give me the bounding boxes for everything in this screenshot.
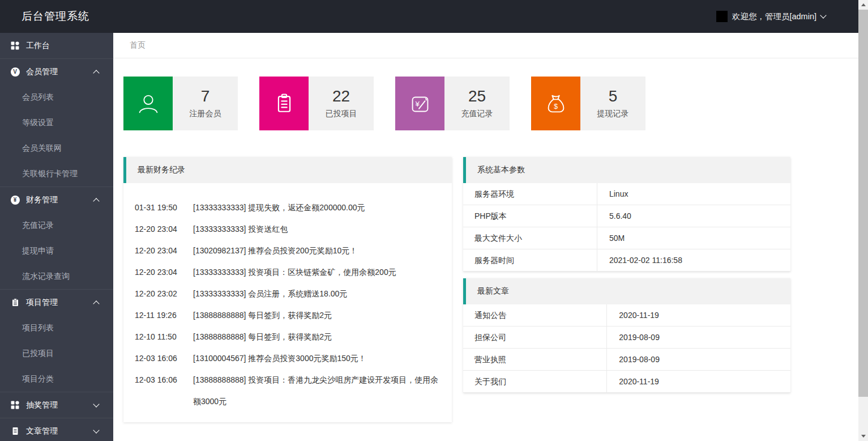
member-icon: V bbox=[10, 67, 20, 77]
record-text: [13888888888] 每日签到，获得奖励2元 bbox=[193, 326, 441, 347]
top-header: 后台管理系统 欢迎您，管理员[admin] bbox=[0, 0, 858, 33]
user-menu[interactable]: 欢迎您，管理员[admin] bbox=[716, 0, 826, 33]
stat-value: 22 bbox=[332, 88, 350, 104]
console-icon bbox=[10, 41, 20, 50]
finance-record: 12-03 16:06 [13888888888] 投资项目：香港九龙尖沙咀房产… bbox=[135, 369, 441, 412]
table-row: PHP版本 5.6.40 bbox=[463, 205, 790, 227]
latest-articles-panel: 最新文章 通知公告 2020-11-19 担保公司 2019-08-09 营业执… bbox=[463, 278, 790, 393]
scroll-down-icon bbox=[861, 435, 866, 438]
sidebar-item-bank-card-management[interactable]: 关联银行卡管理 bbox=[0, 161, 113, 186]
sidebar-item-article-management[interactable]: 文章管理 bbox=[0, 418, 113, 441]
record-text: [13020982137] 推荐会员投资200元奖励10元！ bbox=[193, 240, 441, 261]
article-icon bbox=[10, 426, 20, 436]
finance-record: 12-03 16:06 [13100004567] 推荐会员投资3000元奖励1… bbox=[135, 347, 441, 369]
record-time: 12-20 23:04 bbox=[135, 218, 193, 240]
table-row: 服务器时间 2021-02-02 11:16:58 bbox=[463, 249, 790, 272]
param-value: 2021-02-02 11:16:58 bbox=[597, 249, 790, 271]
sidebar-item-member-management[interactable]: V 会员管理 bbox=[0, 59, 113, 84]
record-time: 01-31 19:50 bbox=[135, 197, 193, 218]
sidebar-group-articles: 文章管理 bbox=[0, 418, 113, 441]
stat-value: 5 bbox=[609, 88, 618, 104]
clipboard-icon bbox=[259, 77, 309, 130]
right-column: 系统基本参数 服务器环境 Linux PHP版本 5.6.40 最大文件大小 5… bbox=[463, 157, 790, 393]
panel-title: 系统基本参数 bbox=[463, 157, 790, 183]
sidebar-item-recharge-records[interactable]: 充值记录 bbox=[0, 213, 113, 238]
user-icon bbox=[123, 77, 173, 130]
scroll-up-icon bbox=[861, 3, 866, 6]
stat-card-recharge-records[interactable]: ¥ 25 充值记录 bbox=[395, 77, 510, 130]
stat-value: 7 bbox=[201, 88, 210, 104]
sidebar-group-workbench: 工作台 bbox=[0, 33, 113, 59]
record-text: [13100004567] 推荐会员投资3000元奖励150元！ bbox=[193, 347, 441, 369]
record-time: 12-03 16:06 bbox=[135, 347, 193, 369]
table-row[interactable]: 关于我们 2020-11-19 bbox=[463, 371, 790, 393]
record-time: 12-20 23:02 bbox=[135, 283, 193, 304]
panels: 最新财务纪录 01-31 19:50 [13333333333] 提现失败，返还… bbox=[123, 157, 848, 422]
sidebar-item-withdraw-requests[interactable]: 提现申请 bbox=[0, 238, 113, 264]
vertical-scrollbar[interactable] bbox=[858, 0, 868, 441]
param-label: 服务器时间 bbox=[463, 249, 597, 271]
record-text: [13888888888] 投资项目：香港九龙尖沙咀房产建设开发项目，使用余额3… bbox=[193, 369, 441, 412]
finance-record: 12-20 23:04 [13020982137] 推荐会员投资200元奖励10… bbox=[135, 240, 441, 261]
article-date: 2019-08-09 bbox=[607, 349, 790, 370]
chevron-up-icon bbox=[93, 300, 99, 307]
sidebar-item-member-network[interactable]: 会员关联网 bbox=[0, 135, 113, 161]
sidebar-item-transaction-query[interactable]: 流水记录查询 bbox=[0, 264, 113, 289]
table-row[interactable]: 通知公告 2020-11-19 bbox=[463, 304, 790, 326]
sidebar-item-label: 抽奖管理 bbox=[26, 400, 58, 410]
scroll-up-button[interactable] bbox=[858, 0, 868, 10]
stat-card-info: 5 提现记录 bbox=[580, 77, 645, 130]
sidebar: 工作台 V 会员管理 会员列表 等级设置 会员关联网 关联银行卡管理 ¥ 财务管… bbox=[0, 33, 113, 441]
sidebar-item-member-list[interactable]: 会员列表 bbox=[0, 84, 113, 110]
stat-card-invested-projects[interactable]: 22 已投项目 bbox=[259, 77, 374, 130]
param-label: 最大文件大小 bbox=[463, 227, 597, 249]
stat-label: 充值记录 bbox=[461, 109, 493, 119]
table-row: 最大文件大小 50M bbox=[463, 227, 790, 249]
sidebar-item-label: 工作台 bbox=[26, 41, 50, 51]
stat-card-registered-members[interactable]: 7 注册会员 bbox=[123, 77, 238, 130]
finance-record: 01-31 19:50 [13333333333] 提现失败，返还金额20000… bbox=[135, 197, 441, 218]
svg-text:¥: ¥ bbox=[414, 99, 420, 108]
stat-label: 提现记录 bbox=[597, 109, 629, 119]
app-title: 后台管理系统 bbox=[22, 0, 89, 33]
chevron-up-icon bbox=[93, 198, 99, 204]
sidebar-item-project-categories[interactable]: 项目分类 bbox=[0, 366, 113, 392]
stat-card-withdraw-records[interactable]: $ 5 提现记录 bbox=[531, 77, 645, 130]
stat-value: 25 bbox=[468, 88, 486, 104]
article-title: 关于我们 bbox=[463, 371, 607, 392]
sidebar-item-invested-projects[interactable]: 已投项目 bbox=[0, 341, 113, 366]
sidebar-item-finance-management[interactable]: ¥ 财务管理 bbox=[0, 187, 113, 213]
sidebar-group-members: V 会员管理 会员列表 等级设置 会员关联网 关联银行卡管理 bbox=[0, 59, 113, 187]
sidebar-item-label: 文章管理 bbox=[26, 426, 58, 436]
avatar bbox=[716, 11, 728, 22]
sidebar-item-project-list[interactable]: 项目列表 bbox=[0, 315, 113, 341]
article-date: 2019-08-09 bbox=[607, 326, 790, 348]
table-row[interactable]: 担保公司 2019-08-09 bbox=[463, 326, 790, 349]
scroll-down-button[interactable] bbox=[858, 431, 868, 441]
project-icon bbox=[10, 298, 20, 307]
panel-title: 最新财务纪录 bbox=[123, 157, 452, 183]
sidebar-group-finance: ¥ 财务管理 充值记录 提现申请 流水记录查询 bbox=[0, 187, 113, 290]
record-text: [13333333333] 投资项目：区块链紫金矿，使用余额200元 bbox=[193, 261, 441, 283]
table-row[interactable]: 营业执照 2019-08-09 bbox=[463, 349, 790, 371]
chevron-down-icon bbox=[93, 427, 99, 433]
stat-label: 注册会员 bbox=[190, 109, 221, 119]
article-title: 营业执照 bbox=[463, 349, 607, 370]
sidebar-item-label: 财务管理 bbox=[26, 195, 58, 205]
scrollbar-thumb[interactable] bbox=[858, 10, 868, 397]
breadcrumb-home-link[interactable]: 首页 bbox=[130, 40, 146, 50]
record-time: 12-03 16:06 bbox=[135, 369, 193, 412]
param-value: 50M bbox=[597, 227, 790, 249]
sidebar-item-level-settings[interactable]: 等级设置 bbox=[0, 110, 113, 135]
stat-card-info: 22 已投项目 bbox=[309, 77, 374, 130]
svg-text:$: $ bbox=[554, 102, 558, 110]
sidebar-item-lottery-management[interactable]: 抽奖管理 bbox=[0, 392, 113, 418]
record-time: 12-10 11:50 bbox=[135, 326, 193, 347]
finance-record: 12-10 11:50 [13888888888] 每日签到，获得奖励2元 bbox=[135, 326, 441, 347]
sidebar-item-workbench[interactable]: 工作台 bbox=[0, 33, 113, 58]
sidebar-item-project-management[interactable]: 项目管理 bbox=[0, 290, 113, 315]
welcome-text: 欢迎您，管理员[admin] bbox=[732, 11, 816, 22]
sidebar-group-lottery: 抽奖管理 bbox=[0, 392, 113, 418]
stat-card-info: 7 注册会员 bbox=[173, 77, 238, 130]
article-title: 通知公告 bbox=[463, 304, 607, 326]
